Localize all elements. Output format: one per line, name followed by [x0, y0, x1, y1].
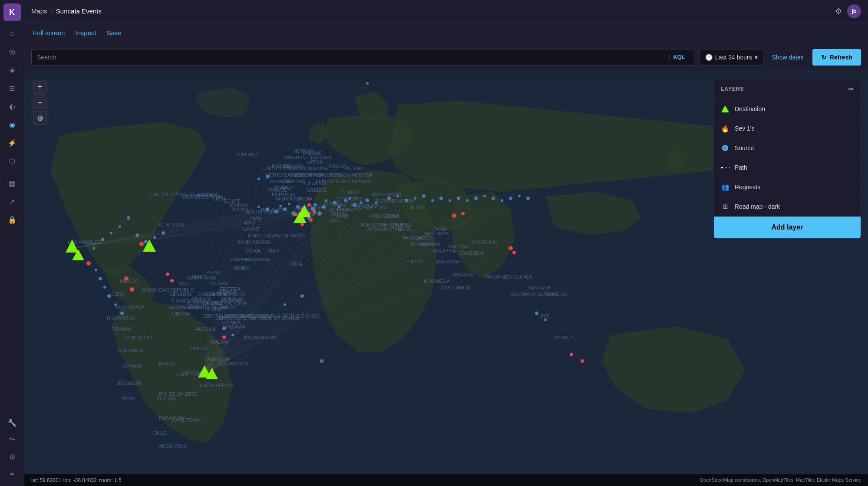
- svg-text:UKRAINE: UKRAINE: [307, 166, 328, 171]
- sidebar-item-security[interactable]: 🔒: [4, 212, 20, 227]
- roadmap-icon: ⊞: [721, 202, 729, 211]
- sidebar-item-home[interactable]: ⌂: [4, 26, 20, 41]
- inspect-link[interactable]: Inspect: [75, 29, 96, 36]
- svg-text:ARGENTINA: ARGENTINA: [159, 443, 187, 449]
- app-logo[interactable]: K: [3, 3, 21, 21]
- sidebar-item-settings[interactable]: ⚙: [4, 449, 20, 464]
- svg-point-298: [124, 276, 129, 281]
- sidebar-item-maps[interactable]: ◉: [4, 117, 20, 132]
- svg-point-270: [231, 334, 234, 336]
- svg-text:EAST TIMOR: EAST TIMOR: [441, 285, 470, 290]
- sidebar-item-graph[interactable]: ⬡: [4, 153, 20, 169]
- svg-point-260: [144, 240, 148, 243]
- breadcrumb-separator: /: [51, 7, 53, 15]
- locate-button[interactable]: ⊕: [33, 111, 47, 125]
- sidebar-item-discover[interactable]: ◎: [4, 44, 20, 59]
- roadmap-label: Road map - dark: [735, 203, 780, 210]
- svg-point-243: [279, 205, 282, 207]
- map-container[interactable]: UNITED STATES OF AMERICA NEW YORK LOS AN…: [24, 71, 868, 486]
- svg-text:JAKARTA: JAKARTA: [452, 272, 473, 277]
- svg-point-238: [322, 205, 326, 209]
- sidebar-item-visualize[interactable]: ◈: [4, 62, 20, 78]
- svg-point-274: [396, 195, 399, 197]
- settings-icon[interactable]: ⚙: [835, 7, 842, 16]
- svg-point-311: [452, 213, 456, 218]
- chevron-down-icon: ▾: [755, 54, 758, 61]
- add-layer-button[interactable]: Add layer: [714, 217, 861, 238]
- svg-text:GABON: GABON: [202, 300, 220, 305]
- layers-header: LAYERS ⇒: [714, 79, 861, 99]
- topbar: Maps / Suricata Events ⚙ jb: [24, 0, 868, 23]
- svg-text:SENEGAL: SENEGAL: [170, 292, 192, 297]
- layer-item-path[interactable]: Path: [714, 158, 861, 177]
- refresh-button[interactable]: ↻ Refresh: [812, 49, 861, 66]
- actionbar: Full screen Inspect Save: [24, 23, 868, 43]
- layers-panel: LAYERS ⇒ Destination 🔥 Sev 1's: [713, 78, 861, 239]
- svg-point-299: [130, 287, 134, 292]
- svg-point-263: [95, 269, 97, 271]
- svg-point-290: [300, 294, 304, 298]
- sidebar-divider: [6, 172, 19, 172]
- coordinates: lat: 59.63001 lon: -38.04032 zoom: 1.5: [31, 476, 122, 484]
- clock-icon: 🕐: [705, 54, 713, 61]
- sidebar-item-devtools[interactable]: 🔧: [4, 415, 20, 430]
- layers-title: LAYERS: [721, 86, 744, 92]
- svg-text:FRANCE: FRANCE: [267, 187, 287, 193]
- svg-point-302: [294, 213, 297, 216]
- svg-point-280: [449, 199, 451, 202]
- sidebar-item-ml[interactable]: ⚡: [4, 135, 20, 151]
- svg-point-232: [296, 205, 300, 209]
- sidebar-item-apm[interactable]: ↗: [4, 194, 20, 209]
- layer-item-roadmap[interactable]: ⊞ Road map - dark: [714, 197, 861, 217]
- svg-point-308: [313, 210, 316, 213]
- svg-point-286: [501, 199, 503, 202]
- requests-label: Requests: [735, 184, 760, 190]
- svg-point-281: [457, 197, 460, 200]
- svg-text:ZAMBIA: ZAMBIA: [189, 346, 208, 351]
- svg-point-294: [535, 312, 538, 315]
- svg-point-283: [474, 197, 478, 200]
- svg-point-252: [366, 199, 369, 202]
- svg-text:RIO DE JANEIRO: RIO DE JANEIRO: [159, 391, 198, 397]
- svg-text:PERU: PERU: [122, 396, 135, 401]
- layer-item-requests[interactable]: 👥 Requests: [714, 177, 861, 197]
- svg-text:MONGOLIA: MONGOLIA: [472, 240, 498, 245]
- search-input[interactable]: [37, 54, 669, 61]
- svg-point-272: [266, 175, 269, 178]
- svg-text:CHILE: CHILE: [152, 430, 166, 436]
- export-layers-icon[interactable]: ⇒: [848, 85, 854, 93]
- svg-text:THAILAND: THAILAND: [446, 244, 469, 249]
- svg-point-240: [283, 207, 287, 211]
- layer-item-destination[interactable]: Destination: [714, 99, 861, 119]
- sidebar-item-monitoring[interactable]: ▤: [4, 175, 20, 191]
- save-link[interactable]: Save: [107, 29, 122, 36]
- svg-point-291: [284, 303, 286, 306]
- svg-point-279: [439, 197, 443, 200]
- topbar-right: ⚙ jb: [835, 4, 861, 18]
- map-controls: + − ⊕: [33, 80, 47, 125]
- svg-text:MUMBAI: MUMBAI: [393, 222, 413, 227]
- svg-point-249: [349, 197, 351, 200]
- time-selector[interactable]: 🕐 Last 24 hours ▾: [700, 49, 763, 66]
- sidebar-item-dashboard[interactable]: ⊞: [4, 80, 20, 96]
- svg-text:VANUATU: VANUATU: [528, 285, 550, 290]
- svg-point-267: [114, 303, 117, 306]
- kql-badge[interactable]: KQL: [669, 54, 688, 60]
- avatar[interactable]: jb: [847, 4, 861, 18]
- svg-text:GREECE: GREECE: [307, 187, 327, 193]
- nav-maps[interactable]: Maps: [31, 7, 47, 15]
- svg-text:VIETNAM: VIETNAM: [419, 242, 441, 247]
- svg-point-236: [314, 203, 317, 207]
- sidebar-item-canvas[interactable]: ◐: [4, 99, 20, 114]
- search-box[interactable]: KQL: [31, 49, 694, 66]
- svg-text:GUYANA: GUYANA: [122, 363, 142, 368]
- sidebar-item-collapse[interactable]: ≡: [4, 466, 20, 481]
- full-screen-link[interactable]: Full screen: [33, 29, 65, 36]
- zoom-in-button[interactable]: +: [33, 80, 47, 94]
- zoom-out-button[interactable]: −: [33, 95, 47, 109]
- sidebar-item-stackmanage[interactable]: 〜: [4, 432, 20, 447]
- layer-item-source[interactable]: Source: [714, 138, 861, 158]
- zoom-level: zoom: 1.5: [99, 477, 122, 483]
- show-dates-button[interactable]: Show dates: [769, 54, 807, 61]
- layer-item-sev1[interactable]: 🔥 Sev 1's: [714, 119, 861, 138]
